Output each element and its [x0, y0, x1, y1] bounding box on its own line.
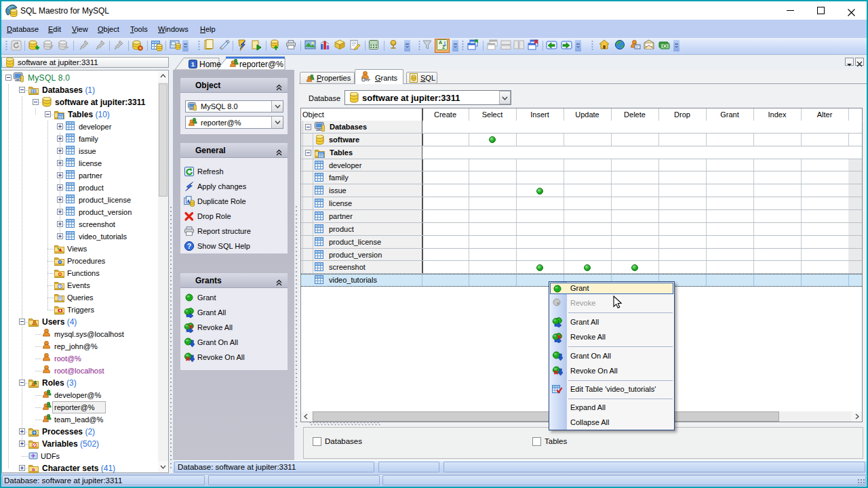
- svg-text:A: A: [439, 40, 442, 45]
- svg-text:1: 1: [191, 60, 195, 68]
- svg-text:?: ?: [187, 242, 191, 250]
- svg-text:a: a: [32, 466, 35, 472]
